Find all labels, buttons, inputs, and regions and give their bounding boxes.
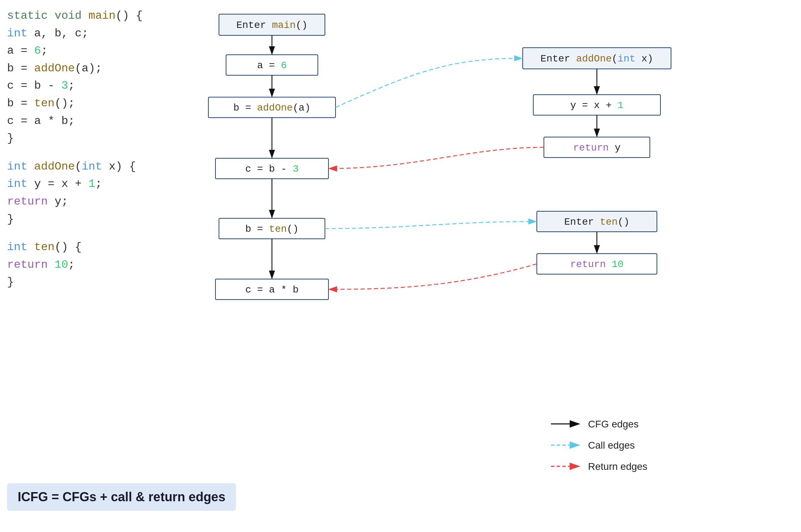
svg-text:Call edges: Call edges	[588, 440, 635, 451]
svg-text:Enter ten(): Enter ten()	[564, 217, 630, 227]
svg-text:Return edges: Return edges	[588, 461, 647, 472]
svg-text:b = ten(): b = ten()	[245, 224, 298, 235]
svg-text:b = addOne(a): b = addOne(a)	[233, 102, 310, 113]
svg-text:CFG edges: CFG edges	[588, 419, 639, 430]
svg-text:return y: return y	[573, 142, 621, 153]
svg-text:c = b - 3: c = b - 3	[245, 164, 298, 175]
svg-text:return 10: return 10	[570, 259, 623, 270]
svg-text:y = x + 1: y = x + 1	[570, 100, 623, 111]
svg-text:c = a * b: c = a * b	[245, 284, 298, 295]
svg-text:Enter addOne(int x): Enter addOne(int x)	[540, 53, 653, 64]
diagram: Enter main() a = 6 b = addOne(a) c = b -…	[170, 0, 791, 532]
code-block-ten: int ten() { return 10; }	[7, 238, 155, 291]
code-block-main: static void main() { int a, b, c; a = 6;…	[7, 7, 155, 147]
code-panel: static void main() { int a, b, c; a = 6;…	[7, 7, 155, 302]
code-block-addone: int addOne(int x) { int y = x + 1; retur…	[7, 158, 155, 228]
svg-text:a = 6: a = 6	[257, 60, 287, 71]
svg-text:Enter main(): Enter main()	[236, 20, 308, 31]
